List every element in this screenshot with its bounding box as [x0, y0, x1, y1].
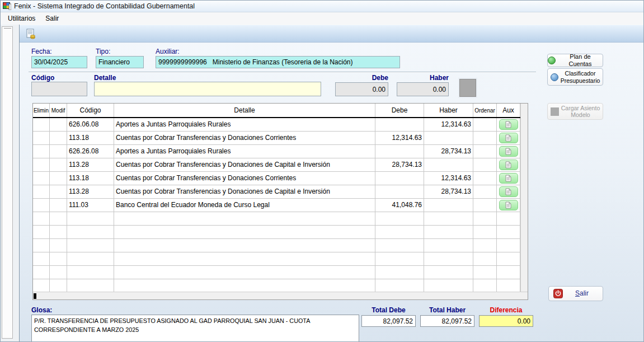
gray-square-icon — [551, 107, 559, 116]
table-row-empty[interactable] — [33, 252, 520, 266]
cell-haber — [424, 199, 473, 212]
cell-haber — [424, 158, 473, 172]
cell-aux — [497, 185, 520, 199]
window-title: Fenix - Sistema Integrado de Contabilida… — [14, 2, 195, 10]
col-header-modif[interactable]: Modif — [50, 104, 67, 117]
cell-modif[interactable] — [50, 118, 67, 132]
cell-elimin[interactable] — [33, 158, 50, 172]
col-header-codigo[interactable]: Código — [67, 104, 114, 117]
cell-elimin[interactable] — [33, 172, 50, 185]
cell-debe: 41,048.76 — [375, 199, 424, 212]
document-lines-icon — [505, 188, 511, 195]
codigo-label: Código — [31, 74, 54, 82]
cell-ordenar[interactable] — [473, 118, 497, 132]
left-collapsed-panel[interactable] — [2, 26, 13, 339]
cell-codigo: 111.03 — [67, 199, 114, 212]
cell-ordenar[interactable] — [473, 132, 497, 145]
entry-action-button[interactable] — [459, 79, 476, 97]
cell-modif[interactable] — [50, 132, 67, 145]
aux-button[interactable] — [499, 160, 518, 170]
cell-ordenar[interactable] — [473, 199, 497, 212]
blue-sphere-icon — [551, 73, 558, 81]
auxiliar-input[interactable] — [156, 56, 400, 68]
debe-entry-input[interactable] — [335, 82, 388, 96]
cell-codigo: 626.26.08 — [67, 145, 114, 158]
aux-button[interactable] — [499, 200, 518, 210]
cell-ordenar[interactable] — [473, 185, 497, 199]
salir-label: Salir — [575, 290, 589, 298]
grid-vertical-scrollbar[interactable] — [520, 104, 528, 292]
haber-label: Haber — [397, 74, 449, 82]
grid-header-row: Elimin Modif Código Detalle Debe Haber O… — [33, 104, 520, 118]
table-row-empty[interactable] — [33, 226, 520, 239]
table-row-empty[interactable] — [33, 212, 520, 226]
cell-detalle: Aportes a Juntas Parroquiales Rurales — [114, 145, 375, 158]
table-row[interactable]: 113.28 Cuentas por Cobrar Transferencias… — [33, 185, 520, 199]
fecha-input[interactable] — [31, 56, 87, 68]
aux-button[interactable] — [499, 119, 518, 130]
diferencia-field — [479, 315, 533, 327]
plan-de-cuentas-label: Plan de Cuentas — [558, 53, 603, 67]
cell-elimin[interactable] — [33, 145, 50, 158]
menu-utilitarios[interactable]: Utilitarios — [3, 13, 40, 24]
diferencia-label: Diferencia — [479, 306, 533, 314]
cell-debe — [375, 118, 424, 132]
glosa-label: Glosa: — [31, 306, 52, 314]
splitter-handle[interactable] — [4, 28, 11, 30]
cell-elimin[interactable] — [33, 118, 50, 132]
table-row[interactable]: 113.28 Cuentas por Cobrar Transferencias… — [33, 158, 520, 172]
aux-button[interactable] — [499, 133, 518, 143]
clasificador-presupuestario-button[interactable]: Clasificador Presupuestario — [547, 68, 603, 86]
tipo-input[interactable] — [96, 56, 144, 68]
document-lines-icon — [505, 148, 511, 155]
table-row[interactable]: 626.06.08 Aportes a Juntas Parroquiales … — [33, 118, 520, 132]
table-row[interactable]: 113.18 Cuentas por Cobrar Transferencias… — [33, 172, 520, 185]
total-haber-label: Total Haber — [420, 306, 474, 314]
glosa-textarea[interactable]: P/R. TRANSFERENCIA DE PRESUPUESTO ASIGNA… — [31, 315, 359, 342]
new-entry-document-coins-icon[interactable] — [26, 29, 36, 39]
cell-detalle: Cuentas por Cobrar Transferencias y Dona… — [114, 185, 375, 199]
haber-entry-input[interactable] — [397, 82, 449, 96]
detalle-entry-input[interactable] — [94, 82, 321, 96]
col-header-ordenar[interactable]: Ordenar — [473, 104, 497, 117]
table-row[interactable]: 111.03 Banco Central del Ecuador Moneda … — [33, 199, 520, 212]
menu-salir[interactable]: Salir — [40, 13, 64, 24]
toolbar — [20, 25, 643, 43]
salir-button[interactable]: Salir — [548, 286, 603, 301]
col-header-elimin[interactable]: Elimin — [33, 104, 50, 117]
col-header-detalle[interactable]: Detalle — [114, 104, 375, 117]
grid-horizontal-scrollbar[interactable] — [33, 292, 528, 299]
table-row-empty[interactable] — [33, 279, 520, 292]
cell-modif[interactable] — [50, 185, 67, 199]
grid-hscroll-thumb[interactable] — [34, 293, 36, 299]
cell-elimin[interactable] — [33, 185, 50, 199]
col-header-debe[interactable]: Debe — [375, 104, 424, 117]
col-header-aux[interactable]: Aux — [497, 104, 520, 117]
aux-button[interactable] — [499, 186, 518, 197]
table-row[interactable]: 626.26.08 Aportes a Juntas Parroquiales … — [33, 145, 520, 158]
app-window-icon — [3, 2, 11, 10]
cell-elimin[interactable] — [33, 199, 50, 212]
table-row-empty[interactable] — [33, 266, 520, 279]
table-row[interactable]: 113.18 Cuentas por Cobrar Transferencias… — [33, 132, 520, 145]
aux-button[interactable] — [499, 146, 518, 157]
cell-modif[interactable] — [50, 199, 67, 212]
codigo-entry-input[interactable] — [31, 82, 87, 96]
plan-de-cuentas-button[interactable]: Plan de Cuentas — [547, 54, 603, 67]
cell-ordenar[interactable] — [473, 172, 497, 185]
cell-ordenar[interactable] — [473, 145, 497, 158]
cell-modif[interactable] — [50, 145, 67, 158]
table-row-empty[interactable] — [33, 239, 520, 252]
cell-debe — [375, 145, 424, 158]
cell-haber: 12,314.63 — [424, 172, 473, 185]
auxiliar-label: Auxiliar: — [156, 48, 180, 55]
cell-ordenar[interactable] — [473, 158, 497, 172]
cell-modif[interactable] — [50, 172, 67, 185]
col-header-haber[interactable]: Haber — [424, 104, 473, 117]
aux-button[interactable] — [499, 173, 518, 184]
cell-aux — [497, 118, 520, 132]
cell-modif[interactable] — [50, 158, 67, 172]
total-debe-label: Total Debe — [361, 306, 416, 314]
cell-debe: 28,734.13 — [375, 158, 424, 172]
cell-elimin[interactable] — [33, 132, 50, 145]
